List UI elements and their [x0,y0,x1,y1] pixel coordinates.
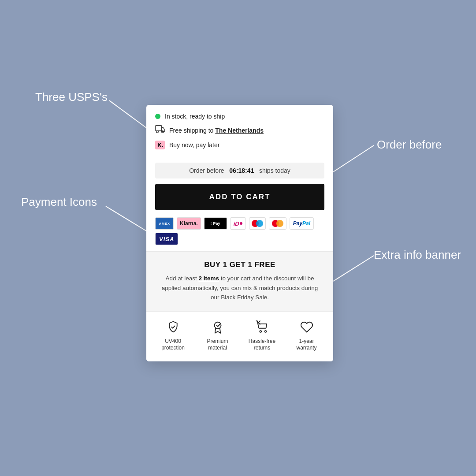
items-link: 2 items [199,275,219,282]
ships-today-text: ships today [259,167,290,174]
order-before-prefix: Order before [189,167,224,174]
heart-icon [300,320,313,335]
annotation-payment-icons: Payment Icons [21,195,97,209]
usp-klarna: K. Buy now, pay later [155,141,324,149]
feature-premium-label: Premiummaterial [207,338,228,352]
svg-rect-4 [156,126,162,131]
mastercard-icon [269,217,286,230]
extra-info-text: Add at least 2 items to your cart and th… [160,274,320,302]
feature-warranty-label: 1-year warranty [289,338,324,352]
stock-indicator [155,114,160,119]
visa-icon: VISA [155,233,178,245]
paypal-icon: PayPal [290,217,314,230]
amex-icon: AMEX [155,217,174,230]
usp-in-stock: In stock, ready to ship [155,113,324,120]
shipping-destination: The Netherlands [215,127,264,134]
usps-section: In stock, ready to ship Free shipping to… [146,105,333,158]
extra-info-banner: BUY 1 GET 1 FREE Add at least 2 items to… [146,251,333,311]
add-to-cart-button[interactable]: ADD TO CART [155,184,324,210]
svg-line-0 [109,100,146,128]
order-before-banner: Order before 06:18:41 ships today [155,163,324,178]
feature-uv400: UV400protection [156,320,191,352]
svg-point-9 [264,331,266,332]
usp-free-shipping: Free shipping to The Netherlands [155,124,324,136]
svg-point-5 [156,131,159,133]
svg-line-3 [333,256,374,281]
features-row: UV400protection Premiummaterial [146,311,333,361]
extra-info-title: BUY 1 GET 1 FREE [160,260,320,269]
annotation-extra-info: Extra info banner [374,248,461,262]
svg-line-1 [333,145,374,172]
feature-warranty: 1-year warranty [289,320,324,352]
countdown-timer: 06:18:41 [229,167,254,174]
shield-icon [167,320,180,335]
feature-premium: Premiummaterial [200,320,235,352]
klarna-payment-icon: Klarna. [177,217,201,230]
award-icon [211,320,224,335]
feature-uv400-label: UV400protection [161,338,185,352]
product-card: In stock, ready to ship Free shipping to… [146,105,333,361]
svg-point-7 [214,322,221,329]
shipping-icon [155,124,165,136]
maestro-icon [249,217,266,230]
feature-returns: Hassle-freereturns [245,320,280,352]
usp-klarna-text: Buy now, pay later [169,141,219,149]
annotation-three-usps: Three USPS's [35,90,108,104]
svg-point-8 [260,331,261,332]
cart-return-icon [256,320,269,335]
feature-returns-label: Hassle-freereturns [249,338,275,352]
svg-line-2 [106,206,146,231]
applepay-icon:  Pay [204,217,227,230]
usp-shipping-text: Free shipping to The Netherlands [169,127,264,134]
usp-stock-text: In stock, ready to ship [165,113,225,120]
annotation-order-before: Order before [377,138,442,152]
klarna-icon: K. [155,141,165,149]
ideal-icon: iD [230,217,246,230]
payment-icons-row: AMEX Klarna.  Pay iD PayPal VISA [146,216,333,251]
